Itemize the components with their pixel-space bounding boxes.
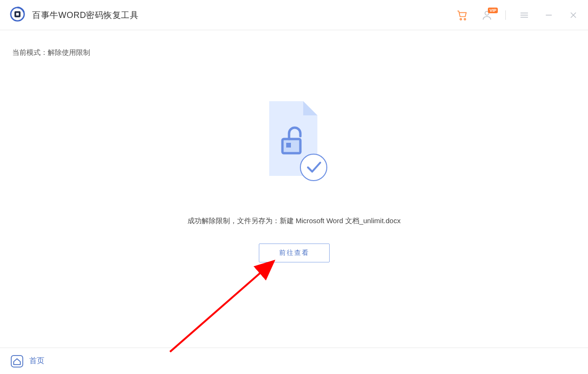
- menu-icon: [519, 10, 529, 20]
- svg-point-4: [464, 18, 466, 20]
- app-brand: 百事牛WORD密码恢复工具: [9, 6, 139, 24]
- home-label: 首页: [29, 356, 44, 366]
- unlocked-document-illustration: [254, 96, 334, 193]
- svg-rect-2: [16, 13, 19, 16]
- work-area: 当前模式：解除使用限制 成功解除限制，文件另存为：新建 Microsoft Wo…: [0, 30, 588, 348]
- titlebar: 百事牛WORD密码恢复工具 VIP: [0, 0, 588, 30]
- home-icon: [10, 355, 24, 368]
- minimize-icon: [544, 10, 554, 20]
- app-title: 百事牛WORD密码恢复工具: [32, 9, 139, 21]
- svg-rect-12: [282, 139, 300, 153]
- result-message: 成功解除限制，文件另存为：新建 Microsoft Word 文档_unlimi…: [187, 217, 401, 226]
- view-file-button[interactable]: 前往查看: [259, 244, 330, 262]
- cart-button[interactable]: [456, 9, 469, 21]
- result-panel: 成功解除限制，文件另存为：新建 Microsoft Word 文档_unlimi…: [0, 30, 588, 348]
- footer: 首页: [0, 348, 588, 374]
- close-button[interactable]: [567, 9, 579, 21]
- result-prefix: 成功解除限制，文件另存为：: [187, 217, 280, 225]
- svg-point-3: [460, 18, 461, 20]
- home-button[interactable]: 首页: [10, 355, 44, 368]
- menu-button[interactable]: [518, 9, 530, 21]
- svg-point-14: [300, 154, 327, 181]
- svg-rect-13: [286, 143, 291, 148]
- svg-rect-16: [11, 355, 23, 367]
- app-logo-icon: [9, 6, 26, 24]
- account-button[interactable]: VIP: [481, 9, 493, 21]
- vip-badge: VIP: [488, 8, 498, 13]
- close-icon: [569, 10, 578, 20]
- titlebar-separator: [505, 10, 506, 20]
- minimize-button[interactable]: [543, 9, 555, 21]
- cart-icon: [456, 9, 469, 21]
- titlebar-actions: VIP: [456, 9, 579, 21]
- saved-filename: 新建 Microsoft Word 文档_unlimit.docx: [280, 217, 401, 225]
